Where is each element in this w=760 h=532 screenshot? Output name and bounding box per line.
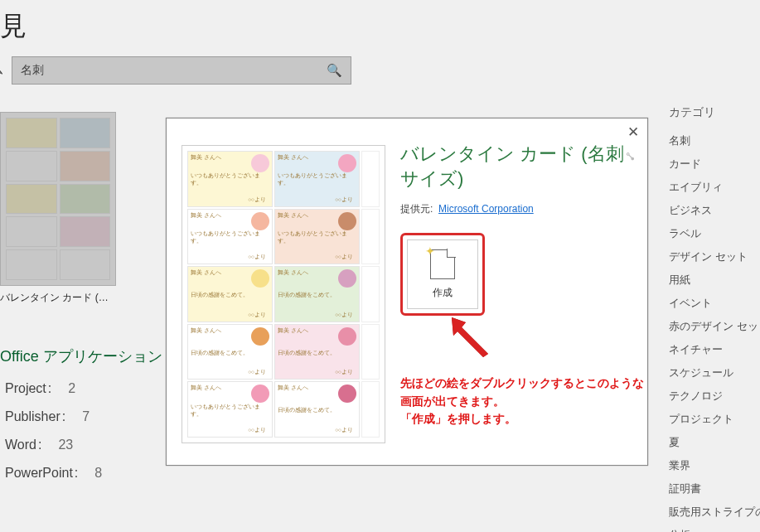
category-item[interactable]: 業界 [669,458,760,473]
category-item[interactable]: 用紙 [669,273,760,288]
app-filter-publisher[interactable]: Publisher7 [5,409,102,424]
svg-marker-0 [452,317,488,357]
category-item[interactable]: 証明書 [669,481,760,496]
category-item[interactable]: 夏 [669,435,760,450]
create-label: 作成 [433,286,453,300]
category-item[interactable]: テクノロジ [669,389,760,404]
annotation-arrow-icon [445,311,495,360]
annotation-text: 先ほどの絵をダブルクリックするとこのような画面が出てきます。 「作成」を押します… [400,375,647,428]
new-document-icon: ✦ [430,249,455,279]
category-item[interactable]: プロジェクト [669,412,760,427]
category-item[interactable]: 販売用ストライプの [669,505,760,520]
template-provider: 提供元: Microsoft Corporation [400,202,636,216]
annotation-highlight: ✦ 作成 [400,233,485,316]
category-item[interactable]: ビジネス [669,203,760,218]
category-item[interactable]: ラベル [669,226,760,241]
section-heading-office-apps: Office アプリケーション [0,346,162,366]
search-value: 名刺 [21,63,44,78]
template-title: バレンタイン カード (名刺サイズ) [400,142,636,191]
category-item[interactable]: 名刺 [669,133,760,148]
category-item[interactable]: デザイン セット [669,249,760,264]
category-item[interactable]: エイブリィ [669,180,760,195]
page-title: 見 [0,8,27,45]
template-large-preview: 舞美 さんへいつもありがとうございます。○○より 舞美 さんへいつもありがとうご… [182,145,385,443]
template-preview-dialog: ✕ 舞美 さんへいつもありがとうございます。○○より 舞美 さんへいつもありがと… [166,118,648,466]
template-thumbnail-caption: バレンタイン カード (… [0,291,124,305]
search-icon[interactable]: 🔍 [327,63,342,78]
home-fragment: ム [0,63,3,78]
template-thumbnail[interactable] [0,112,116,286]
category-item[interactable]: ネイチャー [669,342,760,357]
category-item[interactable]: スケジュール [669,365,760,380]
category-heading: カテゴリ [669,105,760,120]
category-item[interactable]: 赤のデザイン セット [669,319,760,334]
category-item[interactable]: 分析 [669,528,760,532]
category-item[interactable]: カード [669,157,760,172]
template-search-input[interactable]: 名刺 🔍 [12,56,351,85]
app-filter-word[interactable]: Word23 [5,438,102,452]
app-filter-powerpoint[interactable]: PowerPoint8 [5,466,102,481]
close-icon[interactable]: ✕ [627,123,639,141]
app-filter-project[interactable]: Project2 [5,381,102,396]
provider-link[interactable]: Microsoft Corporation [438,203,534,215]
create-button[interactable]: ✦ 作成 [407,239,478,309]
category-item[interactable]: イベント [669,296,760,311]
